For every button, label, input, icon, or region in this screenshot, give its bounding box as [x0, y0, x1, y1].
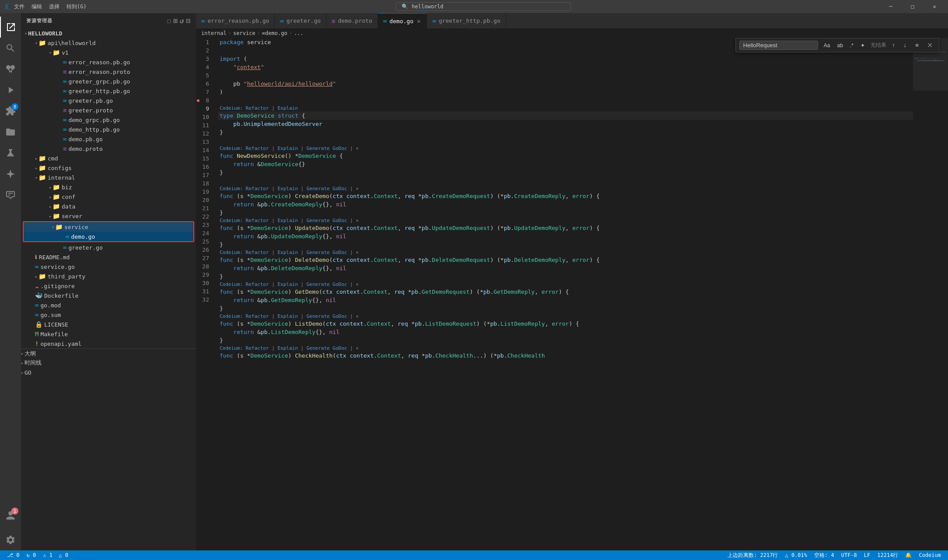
menu-edit[interactable]: 编辑 — [31, 3, 42, 10]
new-folder-icon[interactable]: ⊞ — [173, 17, 178, 25]
menu-goto[interactable]: 转到(G) — [66, 3, 87, 10]
activity-explorer[interactable] — [0, 17, 21, 38]
refactor-link[interactable]: Refactor — [246, 280, 269, 289]
breadcrumb-internal[interactable]: internal — [201, 30, 227, 36]
collapse-icon[interactable]: ⊟ — [186, 17, 191, 25]
code-area[interactable]: package service import ( "context" pb "h… — [218, 38, 913, 550]
tree-item-outline[interactable]: 大纲 — [21, 348, 196, 358]
find-whole-word-button[interactable]: ab — [834, 41, 846, 50]
tree-item-greeter-proto[interactable]: ≡ greeter.proto — [21, 105, 196, 115]
find-next-button[interactable]: ↓ — [901, 41, 910, 50]
tree-item-error-reason-proto[interactable]: ≡ error_reason.proto — [21, 67, 196, 77]
explain-link[interactable]: Explain — [277, 312, 297, 320]
tab-close-button[interactable]: ✕ — [416, 17, 421, 25]
status-eol[interactable]: LF — [861, 550, 874, 560]
tree-item-demo-go[interactable]: ∞ demo.go — [24, 232, 193, 241]
status-sync[interactable]: ↻ 0 — [23, 550, 39, 560]
activity-remote[interactable] — [0, 184, 21, 205]
tree-item-demo-grpc-pb-go[interactable]: ∞ demo_grpc.pb.go — [21, 115, 196, 125]
refactor-link[interactable]: Refactor — [246, 144, 269, 153]
activity-account[interactable]: 1 — [0, 505, 21, 526]
tree-item-greeter-grpc-pb-go[interactable]: ∞ greeter_grpc.pb.go — [21, 77, 196, 86]
status-encoding[interactable]: UTF-8 — [838, 550, 861, 560]
status-errors[interactable]: ⚠ 1 △ 0 — [39, 550, 72, 560]
activity-test[interactable] — [0, 143, 21, 163]
tab-greeter-http-pb-go[interactable]: ∞ greeter_http.pb.go — [427, 13, 506, 28]
hint-close[interactable]: × — [356, 248, 359, 257]
find-expand-button[interactable]: ≡ — [912, 41, 922, 50]
tree-item-demo-http-pb-go[interactable]: ∞ demo_http.pb.go — [21, 125, 196, 134]
explain-link[interactable]: Explain — [277, 216, 297, 225]
hint-close[interactable]: × — [356, 184, 359, 193]
maximize-button[interactable]: □ — [903, 0, 923, 13]
explain-link[interactable]: Explain — [277, 144, 297, 153]
godoc-link[interactable]: Generate GoDoc — [307, 216, 347, 225]
activity-search[interactable] — [0, 38, 21, 59]
tab-greeter-go[interactable]: ∞ greeter.go — [275, 13, 326, 28]
activity-extensions[interactable]: 8 — [0, 101, 21, 122]
tree-item-timeline[interactable]: 时间线 — [21, 358, 196, 368]
refactor-link[interactable]: Refactor — [246, 216, 269, 225]
find-close-button[interactable]: ✕ — [924, 40, 935, 50]
hint-close[interactable]: × — [356, 216, 359, 225]
tree-item-greeter-pb-go[interactable]: ∞ greeter.pb.go — [21, 96, 196, 105]
tree-item-demo-proto[interactable]: ≡ demo.proto — [21, 144, 196, 153]
godoc-link[interactable]: Generate GoDoc — [307, 184, 347, 193]
find-regex-button[interactable]: .* — [847, 41, 857, 50]
explain-link[interactable]: Explain — [277, 248, 297, 257]
refactor-link[interactable]: Refactor — [246, 184, 269, 193]
tree-item-error-reason-pb-go[interactable]: ∞ error_reason.pb.go — [21, 57, 196, 67]
tree-item-go-mod[interactable]: ∞ go.mod — [21, 300, 196, 310]
status-language[interactable]: 12214行 — [874, 550, 902, 560]
tree-item-third-party[interactable]: 📁 third_party — [21, 271, 196, 281]
explain-link[interactable]: Explain — [277, 104, 297, 112]
tree-item-greeter-go[interactable]: ∞ greeter.go — [21, 243, 196, 252]
breadcrumb-service[interactable]: service — [233, 30, 255, 36]
tree-item-makefile[interactable]: M Makefile — [21, 329, 196, 339]
hint-close[interactable]: × — [356, 144, 359, 153]
tree-item-license[interactable]: 🔒 LICENSE — [21, 320, 196, 329]
tree-item-greeter-http-pb-go[interactable]: ∞ greeter_http.pb.go — [21, 86, 196, 96]
find-prev-button[interactable]: ↑ — [889, 41, 898, 50]
tree-item-configs[interactable]: 📁 configs — [21, 163, 196, 173]
minimize-button[interactable]: ─ — [881, 0, 901, 13]
menu-select[interactable]: 选择 — [49, 3, 59, 10]
activity-run[interactable] — [0, 80, 21, 101]
explain-link[interactable]: Explain — [277, 280, 297, 289]
tree-item-conf[interactable]: 📁 conf — [21, 192, 196, 202]
status-pct[interactable]: △ 0.01% — [781, 550, 811, 560]
menu-file[interactable]: 文件 — [14, 3, 24, 10]
refactor-link[interactable]: Refactor — [246, 248, 269, 257]
refactor-link[interactable]: Refactor — [246, 312, 269, 320]
tree-item-gitignore[interactable]: ☁ .gitignore — [21, 281, 196, 291]
refresh-icon[interactable]: ↺ — [180, 17, 185, 25]
tree-item-demo-pb-go[interactable]: ∞ demo.pb.go — [21, 134, 196, 144]
tab-demo-proto[interactable]: ≡ demo.proto — [326, 13, 378, 28]
tree-item-internal[interactable]: 📁 internal — [21, 173, 196, 182]
find-star-button[interactable]: ✦ — [857, 41, 868, 50]
find-input[interactable] — [739, 41, 818, 50]
tree-item-openapi-yaml[interactable]: ! openapi.yaml — [21, 339, 196, 348]
status-branch[interactable]: ⎇ 0 — [3, 550, 23, 560]
status-spaces[interactable]: 空格: 4 — [811, 550, 838, 560]
tab-error-reason-pb-go[interactable]: ∞ error_reason.pb.go — [196, 13, 275, 28]
close-button[interactable]: ✕ — [924, 0, 945, 13]
hint-close[interactable]: × — [356, 312, 359, 320]
tree-item-readme[interactable]: ℹ README.md — [21, 252, 196, 262]
status-position[interactable]: 上边距离数: 2217行 — [724, 550, 781, 560]
tree-item-dockerfile[interactable]: 🐳 Dockerfile — [21, 291, 196, 300]
explain-link[interactable]: Explain — [277, 184, 297, 193]
tree-item-service-go[interactable]: ∞ service.go — [21, 262, 196, 271]
tree-item-v1[interactable]: 📁 v1 — [21, 48, 196, 57]
godoc-link[interactable]: Generate GoDoc — [307, 280, 347, 289]
godoc-link[interactable]: Generate GoDoc — [307, 344, 347, 352]
explain-link[interactable]: Explain — [277, 344, 297, 352]
tree-item-api-helloworld[interactable]: 📁 api\helloworld — [21, 38, 196, 48]
status-notifications[interactable]: 🔔 — [902, 550, 915, 560]
tree-item-biz[interactable]: 📁 biz — [21, 182, 196, 192]
tree-item-server[interactable]: 📁 server — [21, 211, 196, 221]
global-search-box[interactable]: 🔍 helloworld — [396, 2, 571, 11]
find-case-sensitive-button[interactable]: Aa — [821, 41, 833, 50]
activity-source-control[interactable] — [0, 59, 21, 80]
activity-explorer2[interactable] — [0, 122, 21, 143]
